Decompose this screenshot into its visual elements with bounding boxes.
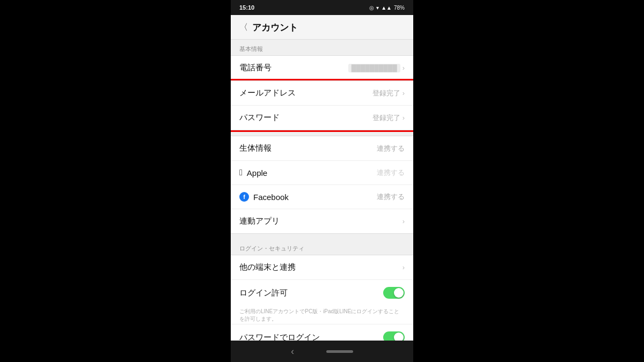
apple-icon: : [239, 168, 243, 178]
page-title: アカウント: [252, 21, 298, 34]
biometrics-right: 連携する: [377, 144, 405, 153]
nav-back-button[interactable]: ‹: [291, 346, 294, 357]
highlighted-group: メールアドレス 登録完了 › パスワード 登録完了 ›: [231, 80, 413, 130]
linked-apps-right: ›: [402, 217, 405, 225]
biometrics-status: 連携する: [377, 144, 405, 153]
facebook-label: Facebook: [253, 193, 289, 202]
biometrics-label: 生体情報: [239, 143, 272, 153]
settings-group-linked: 生体情報 連携する  Apple 連携する f Facebook: [231, 136, 413, 234]
row-password[interactable]: パスワード 登録完了 ›: [231, 106, 413, 130]
facebook-row-label: f Facebook: [239, 192, 289, 202]
other-devices-chevron: ›: [402, 263, 405, 271]
email-chevron: ›: [402, 89, 405, 97]
status-bar: 15:10 ◎ ▾ ▲▲ 78%: [231, 0, 413, 15]
status-icons: ◎ ▾ ▲▲ 78%: [369, 5, 405, 11]
other-devices-label: 他の端末と連携: [239, 262, 296, 272]
password-label: パスワード: [239, 113, 280, 123]
row-email[interactable]: メールアドレス 登録完了 ›: [231, 81, 413, 106]
alarm-icon: ◎: [369, 5, 374, 11]
settings-group-phone: 電話番号 ██████████ ›: [231, 55, 413, 80]
row-other-devices[interactable]: 他の端末と連携 ›: [231, 255, 413, 280]
apple-row-label:  Apple: [239, 168, 267, 178]
password-chevron: ›: [402, 114, 405, 122]
section-label-basic: 基本情報: [231, 40, 413, 55]
row-apple[interactable]:  Apple 連携する: [231, 161, 413, 185]
row-biometrics[interactable]: 生体情報 連携する: [231, 136, 413, 161]
apple-label: Apple: [247, 168, 267, 178]
bottom-navigation: ‹: [231, 341, 413, 362]
email-status: 登録完了: [372, 88, 400, 98]
phone-label: 電話番号: [239, 63, 272, 73]
battery-level: 78%: [394, 5, 405, 11]
facebook-status: 連携する: [377, 192, 405, 202]
password-right: 登録完了 ›: [372, 113, 405, 123]
row-phone[interactable]: 電話番号 ██████████ ›: [231, 56, 413, 80]
facebook-icon: f: [239, 192, 249, 202]
row-linked-apps[interactable]: 連動アプリ ›: [231, 209, 413, 233]
row-facebook[interactable]: f Facebook 連携する: [231, 185, 413, 209]
header: 〈 アカウント: [231, 15, 413, 40]
phone-right: ██████████ ›: [348, 64, 405, 72]
facebook-right: 連携する: [377, 192, 405, 202]
nav-home-indicator[interactable]: [326, 350, 353, 353]
phone-chevron: ›: [402, 64, 405, 72]
login-permission-right: [383, 287, 405, 299]
email-right: 登録完了 ›: [372, 88, 405, 98]
password-status: 登録完了: [372, 113, 400, 123]
wifi-icon: ▾: [376, 5, 379, 11]
back-button[interactable]: 〈: [239, 22, 248, 33]
apple-status: 連携する: [377, 168, 405, 178]
phone-value: ██████████: [348, 64, 400, 72]
email-label: メールアドレス: [239, 88, 296, 98]
phone-frame: 15:10 ◎ ▾ ▲▲ 78% 〈 アカウント 基本情報 電話番号 █████…: [231, 0, 413, 362]
divider-1: [231, 130, 413, 136]
login-permission-toggle[interactable]: [383, 287, 405, 299]
login-permission-subtitle: ご利用のLINEアカウントでPC版・iPad版LINEにログインすることを許可し…: [231, 306, 413, 324]
section-label-login: ログイン・セキュリティ: [231, 239, 413, 255]
signal-icon: ▲▲: [381, 5, 392, 11]
linked-apps-label: 連動アプリ: [239, 216, 280, 226]
screen-content: 〈 アカウント 基本情報 電話番号 ██████████ › メールアドレス 登…: [231, 15, 413, 362]
linked-apps-chevron: ›: [402, 217, 405, 225]
status-time: 15:10: [239, 4, 254, 11]
row-login-permission[interactable]: ログイン許可: [231, 280, 413, 306]
apple-right: 連携する: [377, 168, 405, 178]
login-permission-label: ログイン許可: [239, 288, 288, 298]
other-devices-right: ›: [402, 263, 405, 271]
divider-2: [231, 234, 413, 239]
